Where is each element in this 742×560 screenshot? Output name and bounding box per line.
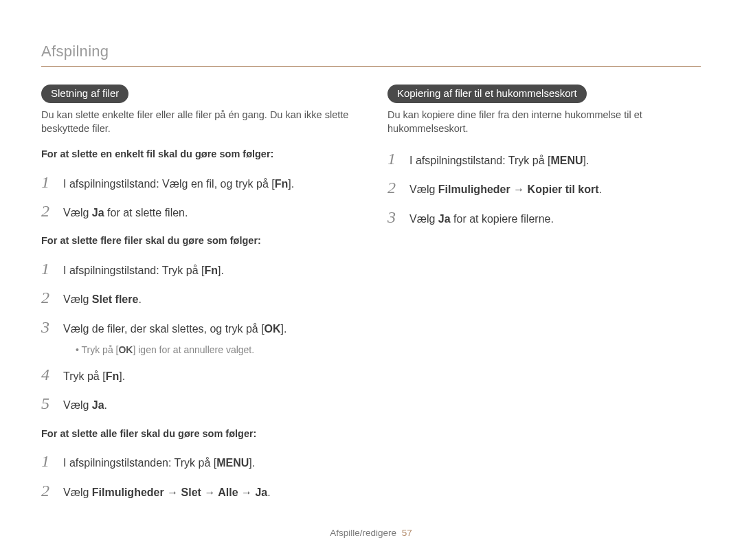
step-text: Vælg Ja. bbox=[63, 398, 355, 413]
step-row: 2 Vælg Filmuligheder → Kopier til kort. bbox=[387, 177, 701, 199]
step-row: 1 I afspilningstilstand: Vælg en fil, og… bbox=[41, 171, 355, 193]
subhead-all: For at slette alle filer skal du gøre so… bbox=[41, 427, 355, 441]
step-row: 1 I afspilningstilstand: Tryk på [Fn]. bbox=[41, 258, 355, 280]
page-footer: Afspille/redigere 57 bbox=[0, 527, 742, 539]
step-post: ]. bbox=[288, 178, 294, 190]
fn-key: Fn bbox=[204, 263, 218, 278]
step-pre: I afspilningstilstand: Tryk på [ bbox=[409, 155, 550, 166]
step-number: 5 bbox=[41, 392, 54, 414]
step-pre: Vælg bbox=[409, 183, 438, 195]
bold-text: Slet flere bbox=[92, 293, 139, 305]
page-number: 57 bbox=[402, 528, 412, 538]
step-post: for at kopiere filerne. bbox=[451, 213, 554, 225]
step-text: Vælg de filer, der skal slettes, og tryk… bbox=[63, 322, 355, 337]
right-column: Kopiering af filer til et hukommelseskor… bbox=[387, 85, 701, 508]
step-post: ]. bbox=[119, 370, 125, 382]
step-row: 3 Vælg de filer, der skal slettes, og tr… bbox=[41, 316, 355, 338]
bold-text: Ja bbox=[92, 399, 104, 411]
step-row: 3 Vælg Ja for at kopiere filerne. bbox=[387, 206, 701, 228]
step-number: 1 bbox=[41, 171, 54, 193]
step-post: ]. bbox=[281, 323, 287, 335]
step-row: 5 Vælg Ja. bbox=[41, 392, 355, 414]
step-number: 3 bbox=[387, 206, 400, 228]
step-row: 2 Vælg Filmuligheder → Slet → Alle → Ja. bbox=[41, 480, 355, 502]
subhead-single: For at slette en enkelt fil skal du gøre… bbox=[41, 148, 355, 161]
step-text: Vælg Ja for at kopiere filerne. bbox=[409, 212, 701, 227]
step-row: 1 I afspilningstilstand: Tryk på [MENU]. bbox=[387, 148, 701, 170]
bold-text: Filmuligheder → Kopier til kort bbox=[438, 183, 599, 195]
ok-key: OK bbox=[265, 322, 281, 337]
step-pre: Vælg bbox=[409, 213, 438, 225]
step-pre: I afspilningstilstand: Vælg en fil, og t… bbox=[63, 178, 275, 190]
step-post: . bbox=[104, 399, 107, 411]
step-text: I afspilningstilstanden: Tryk på [MENU]. bbox=[63, 456, 355, 471]
note-post: ] igen for at annullere valget. bbox=[133, 344, 254, 355]
step-post: . bbox=[599, 183, 602, 195]
step-pre: Vælg bbox=[63, 399, 92, 411]
step-text: I afspilningstilstand: Vælg en fil, og t… bbox=[63, 177, 355, 192]
step-number: 3 bbox=[41, 316, 54, 338]
pill-copy-files: Kopiering af filer til et hukommelseskor… bbox=[387, 85, 587, 103]
step-text: I afspilningstilstand: Tryk på [Fn]. bbox=[63, 263, 355, 278]
step-number: 1 bbox=[41, 450, 54, 472]
subhead-multiple: For at slette flere filer skal du gøre s… bbox=[41, 234, 355, 248]
step-pre: Vælg bbox=[63, 293, 92, 305]
intro-text-right: Du kan kopiere dine filer fra den intern… bbox=[387, 109, 701, 135]
step-pre: Vælg bbox=[63, 486, 92, 498]
step-pre: Vælg bbox=[63, 207, 92, 219]
step-text: Tryk på [Fn]. bbox=[63, 369, 355, 384]
step-row: 4 Tryk på [Fn]. bbox=[41, 363, 355, 385]
step-pre: I afspilningstilstand: Tryk på [ bbox=[63, 265, 204, 276]
step-number: 2 bbox=[41, 480, 54, 502]
step-row: 2 Vælg Ja for at slette filen. bbox=[41, 200, 355, 222]
step-row: 1 I afspilningstilstanden: Tryk på [MENU… bbox=[41, 450, 355, 472]
substep-note: • Tryk på [OK] igen for at annullere val… bbox=[76, 344, 355, 357]
section-title: Afspilning bbox=[41, 41, 701, 67]
step-number: 1 bbox=[41, 258, 54, 280]
step-number: 2 bbox=[41, 200, 54, 222]
bold-text: Ja bbox=[92, 207, 104, 219]
bold-text: Ja bbox=[438, 213, 451, 225]
step-text: Vælg Filmuligheder → Kopier til kort. bbox=[409, 182, 701, 197]
menu-key: MENU bbox=[216, 456, 249, 471]
fn-key: Fn bbox=[275, 177, 289, 192]
step-text: Vælg Slet flere. bbox=[63, 292, 355, 307]
menu-key: MENU bbox=[550, 153, 583, 168]
step-post: . bbox=[267, 486, 270, 498]
step-number: 2 bbox=[387, 177, 400, 199]
step-number: 4 bbox=[41, 363, 54, 385]
pill-delete-files: Sletning af filer bbox=[41, 85, 128, 103]
step-number: 1 bbox=[387, 148, 400, 170]
step-post: for at slette filen. bbox=[104, 207, 188, 219]
step-number: 2 bbox=[41, 287, 54, 309]
step-post: . bbox=[138, 293, 141, 305]
step-text: Vælg Ja for at slette filen. bbox=[63, 205, 355, 221]
note-pre: • Tryk på [ bbox=[76, 344, 118, 355]
step-pre: Vælg de filer, der skal slettes, og tryk… bbox=[63, 323, 265, 335]
intro-text-left: Du kan slette enkelte filer eller alle f… bbox=[41, 109, 355, 135]
step-post: ]. bbox=[218, 265, 224, 276]
step-text: Vælg Filmuligheder → Slet → Alle → Ja. bbox=[63, 485, 355, 500]
step-row: 2 Vælg Slet flere. bbox=[41, 287, 355, 309]
step-text: I afspilningstilstand: Tryk på [MENU]. bbox=[409, 153, 701, 168]
step-pre: I afspilningstilstanden: Tryk på [ bbox=[63, 457, 216, 469]
step-post: ]. bbox=[583, 155, 589, 166]
left-column: Sletning af filer Du kan slette enkelte … bbox=[41, 85, 355, 508]
ok-key: OK bbox=[118, 344, 133, 357]
fn-key: Fn bbox=[106, 369, 120, 384]
step-post: ]. bbox=[249, 457, 255, 469]
bold-text: Filmuligheder → Slet → Alle → Ja bbox=[92, 486, 267, 498]
content-columns: Sletning af filer Du kan slette enkelte … bbox=[41, 85, 701, 508]
step-pre: Tryk på [ bbox=[63, 370, 106, 382]
footer-label: Afspille/redigere bbox=[330, 528, 396, 538]
